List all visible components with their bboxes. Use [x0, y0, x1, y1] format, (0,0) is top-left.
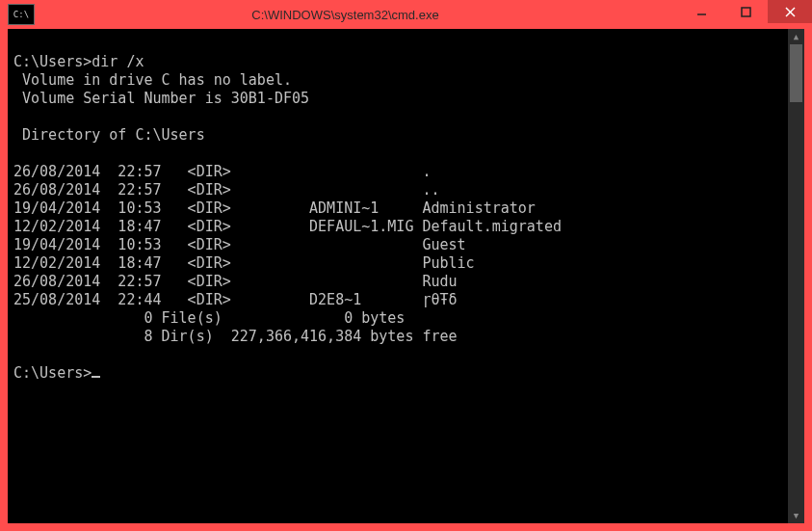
client-area: C:\Users>dir /x Volume in drive C has no… — [8, 29, 804, 523]
close-button[interactable] — [768, 0, 812, 23]
window-controls — [679, 0, 812, 23]
svg-rect-1 — [742, 8, 750, 16]
scroll-down-arrow[interactable]: ▼ — [788, 508, 804, 523]
minimize-icon — [696, 7, 707, 17]
maximize-button[interactable] — [723, 0, 768, 23]
titlebar[interactable]: C:\ C:\WINDOWS\system32\cmd.exe — [0, 0, 812, 29]
maximize-icon — [741, 7, 751, 17]
window-title: C:\WINDOWS\system32\cmd.exe — [40, 8, 650, 22]
cmd-icon: C:\ — [8, 4, 35, 25]
minimize-button[interactable] — [679, 0, 723, 23]
cmd-window: C:\ C:\WINDOWS\system32\cmd.exe C:\Users… — [0, 0, 812, 531]
cursor — [92, 364, 100, 378]
close-icon — [785, 7, 796, 17]
terminal-output[interactable]: C:\Users>dir /x Volume in drive C has no… — [8, 29, 788, 523]
scroll-up-arrow[interactable]: ▲ — [788, 29, 804, 44]
cmd-icon-text: C:\ — [13, 10, 29, 19]
vertical-scrollbar[interactable]: ▲ ▼ — [788, 29, 804, 523]
scroll-thumb[interactable] — [790, 44, 802, 102]
